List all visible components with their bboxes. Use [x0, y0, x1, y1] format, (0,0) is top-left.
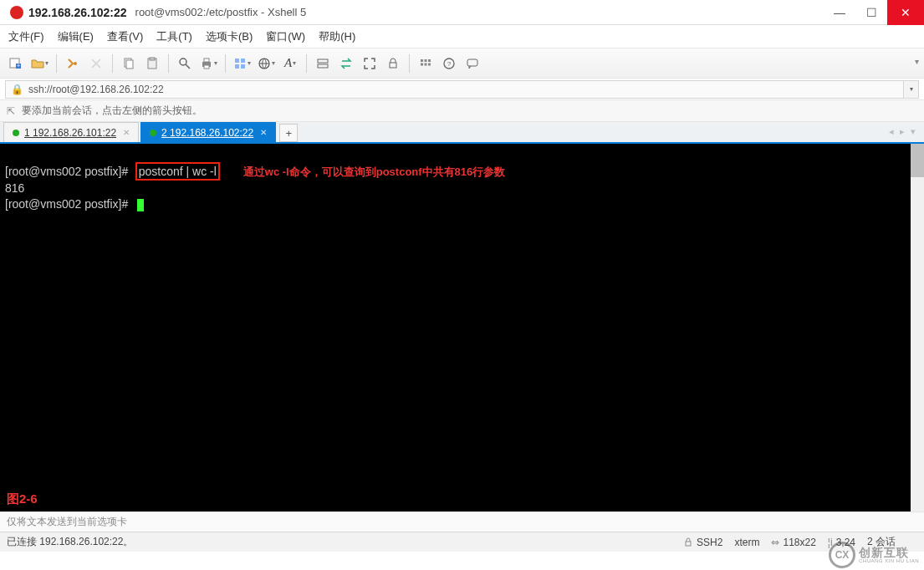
- tab-bar: 1 192.168.26.101:22 ✕ 2 192.168.26.102:2…: [0, 122, 924, 144]
- help-icon[interactable]: ?: [438, 53, 460, 74]
- speech-icon[interactable]: [462, 53, 483, 74]
- hint-text: 要添加当前会话，点击左侧的箭头按钮。: [22, 104, 202, 118]
- print-icon[interactable]: ▾: [197, 53, 220, 74]
- minimize-button[interactable]: —: [824, 0, 855, 25]
- menu-tab[interactable]: 选项卡(B): [206, 29, 253, 44]
- svg-rect-14: [241, 59, 245, 63]
- scrollbar[interactable]: [911, 144, 924, 511]
- add-tab-button[interactable]: +: [279, 124, 298, 142]
- address-input[interactable]: 🔒 ssh://root@192.168.26.102:22: [5, 80, 904, 99]
- svg-rect-30: [686, 542, 691, 546]
- tab-nav-icons[interactable]: ◂ ▸ ▾: [889, 126, 917, 137]
- status-connection: 已连接 192.168.26.102:22。: [7, 535, 671, 549]
- status-bar: 已连接 192.168.26.102:22。 SSH2 xterm ⇔118x2…: [0, 532, 924, 552]
- status-dot-icon: [150, 130, 156, 136]
- status-dot-icon: [13, 130, 19, 136]
- titlebar: 192.168.26.102:22 root@vms002:/etc/postf…: [0, 0, 924, 25]
- terminal-view[interactable]: [root@vms002 postfix]# postconf | wc -l通…: [0, 144, 924, 511]
- find-icon[interactable]: [174, 53, 196, 74]
- new-session-icon[interactable]: +: [5, 53, 27, 74]
- language-icon[interactable]: ▾: [255, 53, 278, 74]
- transfer-icon[interactable]: [335, 53, 357, 74]
- toolbar: + ▾ ▾ ▾ ▾ A▾ ? ▾: [0, 48, 924, 79]
- menu-edit[interactable]: 编辑(E): [58, 29, 94, 44]
- svg-point-3: [74, 62, 77, 65]
- window-controls: — ☐ ✕: [824, 0, 924, 25]
- lock-scheme-icon: 🔒: [11, 84, 23, 95]
- svg-line-9: [186, 64, 190, 69]
- menu-window[interactable]: 窗口(W): [266, 29, 305, 44]
- status-protocol: SSH2: [683, 537, 722, 548]
- prompt: [root@vms002 postfix]#: [5, 197, 128, 211]
- figure-label: 图2-6: [7, 491, 38, 506]
- svg-rect-23: [428, 59, 431, 62]
- maximize-button[interactable]: ☐: [855, 0, 887, 25]
- address-text: ssh://root@192.168.26.102:22: [28, 84, 164, 95]
- send-text-bar[interactable]: 仅将文本发送到当前选项卡: [0, 511, 924, 532]
- svg-rect-19: [318, 64, 328, 68]
- tunneling-icon[interactable]: [312, 53, 334, 74]
- menu-help[interactable]: 帮助(H): [319, 29, 355, 44]
- close-button[interactable]: ✕: [887, 0, 924, 25]
- svg-rect-11: [204, 59, 209, 62]
- status-term-type: xterm: [734, 537, 759, 548]
- svg-rect-15: [235, 64, 239, 69]
- address-dropdown-icon[interactable]: ▾: [904, 80, 919, 99]
- tab-label: 1 192.168.26.101:22: [24, 127, 116, 139]
- disconnect-icon[interactable]: [85, 53, 107, 74]
- scrollbar-thumb[interactable]: [911, 144, 924, 177]
- svg-rect-5: [126, 60, 133, 69]
- title-extra: root@vms002:/etc/postfix - Xshell 5: [135, 6, 307, 18]
- svg-rect-16: [241, 64, 245, 69]
- tab-label: 2 192.168.26.102:22: [161, 127, 253, 139]
- session-tab-1[interactable]: 1 192.168.26.101:22 ✕: [3, 122, 139, 142]
- properties-icon[interactable]: ▾: [231, 53, 253, 74]
- svg-rect-25: [425, 63, 427, 65]
- highlighted-command: postconf | wc -l: [135, 162, 220, 181]
- menu-tools[interactable]: 工具(T): [156, 29, 192, 44]
- tab-close-icon[interactable]: ✕: [260, 128, 267, 137]
- paste-icon[interactable]: [141, 53, 163, 74]
- menubar: 文件(F) 编辑(E) 查看(V) 工具(T) 选项卡(B) 窗口(W) 帮助(…: [0, 25, 924, 48]
- status-size: ⇔118x22: [771, 537, 815, 548]
- keypad-icon[interactable]: [415, 53, 436, 74]
- svg-point-8: [180, 59, 186, 65]
- cursor-icon: [137, 199, 144, 211]
- tab-close-icon[interactable]: ✕: [123, 128, 130, 137]
- svg-rect-29: [467, 59, 477, 66]
- copy-icon[interactable]: [118, 53, 140, 74]
- svg-rect-21: [421, 59, 423, 62]
- fullscreen-icon[interactable]: [359, 53, 380, 74]
- prompt: [root@vms002 postfix]#: [5, 165, 128, 178]
- terminal-output: 816: [5, 181, 24, 195]
- svg-rect-12: [204, 65, 209, 69]
- lock-icon[interactable]: [382, 53, 404, 74]
- menu-view[interactable]: 查看(V): [107, 29, 143, 44]
- svg-rect-22: [425, 59, 427, 62]
- session-tab-2[interactable]: 2 192.168.26.102:22 ✕: [140, 122, 276, 142]
- app-icon: [10, 6, 23, 19]
- svg-rect-24: [421, 63, 423, 65]
- menu-file[interactable]: 文件(F): [8, 29, 44, 44]
- toolbar-overflow-icon[interactable]: ▾: [915, 57, 919, 66]
- hint-bar: ⇱ 要添加当前会话，点击左侧的箭头按钮。: [0, 100, 924, 122]
- svg-rect-18: [318, 59, 328, 63]
- svg-text:+: +: [17, 63, 20, 69]
- watermark: CX 创新互联 CHUANG XIN HU LIAN: [829, 542, 919, 568]
- hint-arrow-icon[interactable]: ⇱: [7, 105, 15, 117]
- title-ip: 192.168.26.102:22: [28, 6, 127, 19]
- svg-text:?: ?: [447, 60, 452, 68]
- reconnect-icon[interactable]: [62, 53, 84, 74]
- font-icon[interactable]: A▾: [279, 53, 301, 74]
- address-bar: 🔒 ssh://root@192.168.26.102:22 ▾: [0, 79, 924, 100]
- svg-rect-7: [150, 58, 155, 60]
- open-session-icon[interactable]: ▾: [28, 53, 51, 74]
- svg-rect-26: [428, 63, 431, 65]
- send-bar-text: 仅将文本发送到当前选项卡: [7, 515, 127, 529]
- svg-rect-20: [390, 63, 396, 68]
- svg-rect-13: [235, 59, 239, 63]
- annotation-text: 通过wc -l命令，可以查询到postconf中共有816行参数: [243, 165, 505, 178]
